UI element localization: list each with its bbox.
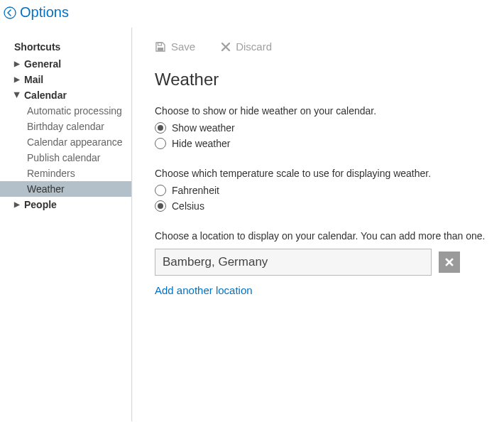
show-hide-description: Choose to show or hide weather on your c… xyxy=(155,105,497,117)
discard-label: Discard xyxy=(236,40,272,53)
caret-right-icon: ▶ xyxy=(14,60,21,67)
discard-icon xyxy=(221,42,231,52)
back-arrow-icon xyxy=(4,6,16,19)
remove-location-button[interactable] xyxy=(439,251,460,273)
sidebar-item-calendar[interactable]: ▶ Calendar xyxy=(0,87,131,103)
radio-hide-weather[interactable]: Hide weather xyxy=(155,138,497,149)
caret-down-icon: ▶ xyxy=(13,92,21,99)
toolbar: Save Discard xyxy=(155,40,497,53)
sidebar-item-label: General xyxy=(24,58,61,70)
location-group: Choose a location to display on your cal… xyxy=(155,230,497,296)
sidebar-item-people[interactable]: ▶ People xyxy=(0,197,131,212)
scale-description: Choose which temperature scale to use fo… xyxy=(155,168,497,179)
add-location-link[interactable]: Add another location xyxy=(155,284,497,296)
svg-rect-2 xyxy=(158,48,163,51)
radio-label: Fahrenheit xyxy=(172,185,219,196)
sidebar-sub-calendar-appearance[interactable]: Calendar appearance xyxy=(0,134,131,150)
radio-label: Show weather xyxy=(172,122,235,134)
radio-icon xyxy=(155,122,166,134)
sidebar-item-shortcuts[interactable]: Shortcuts xyxy=(0,39,131,55)
save-label: Save xyxy=(171,40,195,53)
radio-label: Hide weather xyxy=(172,138,231,149)
location-row xyxy=(155,249,497,276)
radio-icon xyxy=(155,185,166,196)
back-button[interactable] xyxy=(3,6,17,20)
sidebar-item-mail[interactable]: ▶ Mail xyxy=(0,72,131,87)
sidebar-item-general[interactable]: ▶ General xyxy=(0,56,131,72)
temperature-scale-group: Choose which temperature scale to use fo… xyxy=(155,168,497,212)
caret-right-icon: ▶ xyxy=(14,76,21,83)
sidebar-sub-automatic-processing[interactable]: Automatic processing xyxy=(0,103,131,119)
body: Shortcuts ▶ General ▶ Mail ▶ Calendar Au… xyxy=(0,28,504,421)
sidebar-item-label: Calendar xyxy=(24,90,67,101)
svg-point-0 xyxy=(4,7,16,18)
main-content: Save Discard Weather Choose to show or h… xyxy=(132,28,504,421)
location-description: Choose a location to display on your cal… xyxy=(155,230,497,242)
radio-celsius[interactable]: Celsius xyxy=(155,200,497,212)
location-input[interactable] xyxy=(155,249,432,276)
sidebar-item-label: People xyxy=(24,199,57,210)
sidebar-sub-reminders[interactable]: Reminders xyxy=(0,166,131,181)
radio-show-weather[interactable]: Show weather xyxy=(155,122,497,134)
close-icon xyxy=(444,257,454,267)
sidebar-item-label: Mail xyxy=(24,74,43,85)
header: Options xyxy=(0,0,504,28)
section-title: Weather xyxy=(155,70,497,90)
sidebar: Shortcuts ▶ General ▶ Mail ▶ Calendar Au… xyxy=(0,28,132,421)
sidebar-sub-birthday-calendar[interactable]: Birthday calendar xyxy=(0,119,131,134)
show-hide-group: Choose to show or hide weather on your c… xyxy=(155,105,497,149)
caret-right-icon: ▶ xyxy=(14,201,21,208)
page-title: Options xyxy=(20,4,69,21)
radio-icon xyxy=(155,138,166,149)
save-icon xyxy=(155,41,166,53)
save-button[interactable]: Save xyxy=(155,40,195,53)
discard-button[interactable]: Discard xyxy=(221,40,272,53)
radio-fahrenheit[interactable]: Fahrenheit xyxy=(155,185,497,196)
sidebar-sub-weather[interactable]: Weather xyxy=(0,181,131,197)
sidebar-sub-publish-calendar[interactable]: Publish calendar xyxy=(0,150,131,166)
svg-rect-1 xyxy=(158,43,162,45)
radio-icon xyxy=(155,200,166,212)
radio-label: Celsius xyxy=(172,200,204,212)
